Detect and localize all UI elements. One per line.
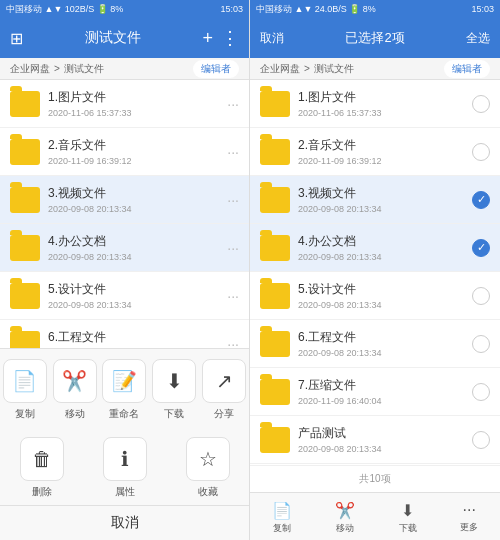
action-cancel[interactable]: 取消: [0, 505, 249, 540]
list-item[interactable]: 2.音乐文件 2020-11-09 16:39:12: [250, 128, 500, 176]
list-item[interactable]: 1.图片文件 2020-11-06 15:37:33: [250, 80, 500, 128]
file-info: 产品测试 2020-09-08 20:13:34: [298, 425, 472, 454]
list-item[interactable]: 5.设计文件 2020-09-08 20:13:34: [250, 272, 500, 320]
file-date: 2020-09-08 20:13:34: [298, 348, 472, 358]
right-file-list: 1.图片文件 2020-11-06 15:37:33 2.音乐文件 2020-1…: [250, 80, 500, 465]
checkbox[interactable]: [472, 431, 490, 449]
folder-icon: [260, 427, 290, 453]
file-date: 2020-11-09 16:40:04: [298, 396, 472, 406]
file-info: 4.办公文档 2020-09-08 20:13:34: [48, 233, 227, 262]
add-icon[interactable]: +: [202, 28, 213, 49]
action-item[interactable]: ↗ 分享: [202, 359, 246, 421]
toolbar-btn-icon: ···: [463, 501, 476, 519]
checkbox[interactable]: [472, 95, 490, 113]
more-icon[interactable]: ⋮: [221, 27, 239, 49]
action-item[interactable]: ☆ 收藏: [186, 437, 230, 499]
action-item[interactable]: 📝 重命名: [102, 359, 146, 421]
right-breadcrumb: 企业网盘 > 测试文件 编辑者: [250, 58, 500, 80]
list-item[interactable]: 4.办公文档 2020-09-08 20:13:34 ✓: [250, 224, 500, 272]
file-more-icon[interactable]: ···: [227, 96, 239, 112]
file-date: 2020-09-08 20:13:34: [298, 204, 472, 214]
checkbox[interactable]: ✓: [472, 191, 490, 209]
folder-icon: [10, 91, 40, 117]
action-item[interactable]: ✂️ 移动: [53, 359, 97, 421]
right-status-right: 15:03: [471, 4, 494, 14]
list-item[interactable]: 3.视频文件 2020-09-08 20:13:34 ✓: [250, 176, 500, 224]
checkbox[interactable]: [472, 335, 490, 353]
file-date: 2020-09-08 20:13:34: [298, 300, 472, 310]
action-label: 重命名: [109, 407, 139, 421]
grid-menu-icon[interactable]: ⊞: [10, 29, 23, 48]
folder-icon: [10, 139, 40, 165]
toolbar-button[interactable]: 📄 复制: [272, 501, 292, 532]
file-info: 6.工程文件 2020-09-08 20:13:34: [48, 329, 227, 348]
toolbar-button[interactable]: ··· 更多: [460, 501, 478, 532]
action-label: 复制: [15, 407, 35, 421]
action-item[interactable]: 📄 复制: [3, 359, 47, 421]
checkbox[interactable]: [472, 143, 490, 161]
checkbox[interactable]: ✓: [472, 239, 490, 257]
action-item[interactable]: ⬇ 下载: [152, 359, 196, 421]
folder-icon: [260, 235, 290, 261]
file-date: 2020-09-08 20:13:34: [298, 444, 472, 454]
checkbox[interactable]: [472, 287, 490, 305]
toolbar-button[interactable]: ⬇ 下载: [399, 501, 417, 532]
action-label: 下载: [164, 407, 184, 421]
file-info: 4.办公文档 2020-09-08 20:13:34: [298, 233, 472, 262]
action-icon: ⬇: [152, 359, 196, 403]
file-date: 2020-09-08 20:13:34: [48, 204, 227, 214]
select-all-button[interactable]: 全选: [466, 30, 490, 47]
file-more-icon[interactable]: ···: [227, 240, 239, 256]
left-breadcrumb: 企业网盘 > 测试文件 编辑者: [0, 58, 249, 80]
toolbar-button[interactable]: ✂️ 移动: [335, 501, 355, 532]
list-item[interactable]: 2.音乐文件 2020-11-09 16:39:12 ···: [0, 128, 249, 176]
action-item[interactable]: 🗑 删除: [20, 437, 64, 499]
file-info: 1.图片文件 2020-11-06 15:37:33: [298, 89, 472, 118]
left-panel: 中国移动 ▲▼ 102B/S 🔋 8% 15:03 ⊞ 测试文件 + ⋮ 企业网…: [0, 0, 250, 540]
folder-icon: [10, 235, 40, 261]
file-info: 3.视频文件 2020-09-08 20:13:34: [48, 185, 227, 214]
file-date: 2020-11-06 15:37:33: [48, 108, 227, 118]
file-more-icon[interactable]: ···: [227, 192, 239, 208]
cancel-selection-button[interactable]: 取消: [260, 30, 284, 47]
action-icon: ☆: [186, 437, 230, 481]
list-item[interactable]: 7.压缩文件 2020-11-09 16:40:04: [250, 368, 500, 416]
file-more-icon[interactable]: ···: [227, 144, 239, 160]
right-edit-role-badge: 编辑者: [444, 60, 490, 78]
folder-icon: [260, 139, 290, 165]
folder-icon: [260, 283, 290, 309]
list-item[interactable]: 产品测试 2020-09-08 20:13:34: [250, 416, 500, 464]
file-name: 产品测试: [298, 425, 472, 442]
file-more-icon[interactable]: ···: [227, 336, 239, 349]
file-info: 7.压缩文件 2020-11-09 16:40:04: [298, 377, 472, 406]
toolbar-btn-icon: ⬇: [401, 501, 414, 520]
right-breadcrumb-home[interactable]: 企业网盘: [260, 62, 300, 76]
list-item[interactable]: 4.办公文档 2020-09-08 20:13:34 ···: [0, 224, 249, 272]
list-item[interactable]: 6.工程文件 2020-09-08 20:13:34: [250, 320, 500, 368]
breadcrumb-home[interactable]: 企业网盘: [10, 62, 50, 76]
file-date: 2020-09-08 20:13:34: [48, 252, 227, 262]
list-item[interactable]: 3.视频文件 2020-09-08 20:13:34 ···: [0, 176, 249, 224]
list-item[interactable]: 5.设计文件 2020-09-08 20:13:34 ···: [0, 272, 249, 320]
left-status-left: 中国移动 ▲▼ 102B/S 🔋 8%: [6, 3, 123, 16]
right-status-left: 中国移动 ▲▼ 24.0B/S 🔋 8%: [256, 3, 376, 16]
toolbar-btn-label: 移动: [336, 522, 354, 535]
file-date: 2020-11-06 15:37:33: [298, 108, 472, 118]
action-item[interactable]: ℹ 属性: [103, 437, 147, 499]
list-item[interactable]: 6.工程文件 2020-09-08 20:13:34 ···: [0, 320, 249, 348]
folder-icon: [260, 379, 290, 405]
action-icon: ↗: [202, 359, 246, 403]
right-status-bar: 中国移动 ▲▼ 24.0B/S 🔋 8% 15:03: [250, 0, 500, 18]
file-name: 4.办公文档: [48, 233, 227, 250]
toolbar-btn-icon: 📄: [272, 501, 292, 520]
action-label: 移动: [65, 407, 85, 421]
right-bottom-toolbar: 📄 复制 ✂️ 移动 ⬇ 下载 ··· 更多: [250, 492, 500, 540]
action-icon: 📄: [3, 359, 47, 403]
checkbox[interactable]: [472, 383, 490, 401]
list-item[interactable]: 1.图片文件 2020-11-06 15:37:33 ···: [0, 80, 249, 128]
breadcrumb-separator: >: [54, 63, 60, 74]
file-more-icon[interactable]: ···: [227, 288, 239, 304]
total-count: 共10项: [250, 465, 500, 492]
file-date: 2020-09-08 20:13:34: [48, 300, 227, 310]
file-name: 7.压缩文件: [298, 377, 472, 394]
